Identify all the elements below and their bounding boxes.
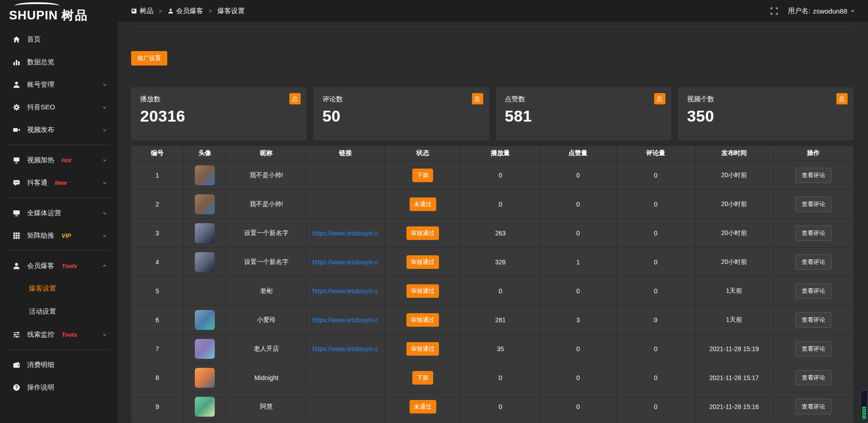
app-logo[interactable]: SHUPIN树品 (0, 0, 118, 27)
video-link[interactable]: https://www.iesdouyin.c (312, 345, 378, 352)
cell-plays: 0 (461, 363, 540, 392)
cell-status: 审核通过 (385, 306, 461, 334)
cell-actions (774, 421, 854, 423)
cell-likes: 1 (540, 248, 616, 277)
status-badge: 未通过 (410, 400, 436, 414)
sidebar-subitem-activity-settings[interactable]: 活动设置 (0, 300, 118, 323)
table-row: 5老彬https://www.iesdouyin.c审核通过0001天前查看评论 (131, 277, 854, 306)
sidebar-item-label: 会员爆客 (27, 262, 54, 270)
column-header: 编号 (131, 146, 184, 161)
cell-id: 3 (131, 219, 184, 248)
sidebar-divider (7, 349, 110, 350)
cell-link: https://www.iesdouyin.c (307, 277, 385, 306)
sidebar-item-account-management[interactable]: 账号管理 (0, 73, 118, 96)
table-row: 2我不是小帅!未通过00020小时前查看评论 (131, 190, 854, 219)
avatar-image (195, 252, 215, 272)
view-comments-button[interactable]: 查看评论 (795, 197, 831, 212)
cell-nickname: 我不是小帅! (226, 190, 307, 219)
cell-avatar (184, 277, 226, 306)
cell-status: 审核通过 (385, 219, 461, 248)
view-comments-button[interactable]: 查看评论 (795, 370, 831, 385)
content: 推广设置 播放数总20316评论数总50点赞数总581视频个数总350 编号头像… (118, 22, 868, 423)
sidebar-item-video-publish[interactable]: 视频发布 (0, 118, 118, 141)
sidebar-divider (7, 197, 110, 198)
sidebar-item-data-overview[interactable]: 数据总览 (0, 51, 118, 73)
cell-actions: 查看评论 (774, 219, 854, 248)
sidebar-item-video-heating[interactable]: 视频加热Hot (0, 149, 118, 171)
column-header: 播放量 (461, 146, 540, 161)
cell-comments: 0 (617, 392, 695, 421)
logo-sub: 树品 (61, 9, 89, 22)
table-row: 7老人开店https://www.iesdouyin.c审核通过35002021… (131, 334, 854, 363)
cell-avatar (184, 190, 226, 219)
cell-likes: 0 (540, 161, 616, 190)
cell-avatar (184, 392, 226, 421)
cell-status: 下架 (385, 161, 461, 190)
cell-status (385, 421, 461, 423)
sidebar-item-member-baoke[interactable]: 会员爆客Tools (0, 254, 118, 277)
table-row: 1我不是小帅!下架00020小时前查看评论 (131, 161, 854, 190)
user-icon (13, 262, 20, 270)
user-menu[interactable]: 用户名: zswodun88 (788, 7, 855, 15)
stat-card-label: 评论数 (322, 95, 480, 103)
sidebar-item-matrix-boost[interactable]: 矩阵助推VIP (0, 224, 118, 247)
fullscreen-icon[interactable] (770, 7, 778, 15)
sidebar-subitem-baoke-settings[interactable]: 爆客设置 (0, 277, 118, 300)
bar-chart-icon (13, 58, 20, 66)
view-comments-button[interactable]: 查看评论 (795, 312, 831, 328)
view-comments-button[interactable]: 查看评论 (795, 399, 831, 414)
sidebar-item-media-operation[interactable]: 全媒体运营 (0, 202, 118, 224)
video-link[interactable]: https://www.iesdouyin.c (312, 258, 378, 266)
cell-likes: 0 (540, 277, 616, 306)
promo-settings-button[interactable]: 推广设置 (131, 51, 167, 66)
video-link[interactable]: https://www.iesdouyin.c (312, 230, 378, 237)
topbar-right: 用户名: zswodun88 (770, 7, 855, 15)
sidebar-item-douyin-seo[interactable]: 抖音SEO (0, 96, 118, 118)
stat-card: 播放数总20316 (131, 87, 307, 141)
cell-nickname: 小爱玲 (226, 306, 307, 334)
breadcrumb-item-shupin[interactable]: 树品 (131, 7, 153, 15)
cell-id: 2 (131, 190, 184, 219)
chevron-down-icon (850, 8, 855, 14)
video-link[interactable]: https://www.iesdouyin.c (312, 287, 378, 295)
cell-publish-time: 20小时前 (695, 161, 774, 190)
cell-comments: 0 (617, 334, 695, 363)
cell-plays (461, 421, 540, 423)
view-comments-button[interactable]: 查看评论 (795, 254, 831, 270)
sidebar-item-label: 视频发布 (27, 126, 54, 134)
view-comments-button[interactable]: 查看评论 (795, 168, 831, 183)
cell-status: 审核通过 (385, 248, 461, 277)
stat-card: 评论数总50 (313, 87, 489, 141)
status-badge: 未通过 (410, 197, 436, 211)
view-comments-button[interactable]: 查看评论 (795, 226, 831, 241)
logo-main: SHUPIN (9, 9, 58, 22)
video-link[interactable]: https://www.iesdouyin.c (312, 316, 378, 324)
sidebar-item-douketong[interactable]: 抖客通New (0, 171, 118, 194)
sidebar-item-consumption-detail[interactable]: 消费明细 (0, 353, 118, 376)
sidebar-item-clue-monitor[interactable]: 线索监控Tools (0, 323, 118, 346)
table-row: 9阿慧未通过0002021-11-28 15:16查看评论 (131, 392, 854, 421)
sidebar-item-home[interactable]: 首页 (0, 28, 118, 51)
cell-likes: 0 (540, 219, 616, 248)
view-comments-button[interactable]: 查看评论 (795, 283, 831, 299)
cell-publish-time: 1天前 (695, 277, 774, 306)
main-area: 树品>会员爆客>爆客设置 用户名: zswodun88 推广设置 (118, 0, 868, 423)
breadcrumb: 树品>会员爆客>爆客设置 (131, 7, 245, 15)
cell-publish-time (695, 421, 774, 423)
cell-plays: 328 (461, 248, 540, 277)
total-badge: 总 (836, 93, 848, 104)
cell-plays: 263 (461, 219, 540, 248)
stat-card-value: 20316 (140, 107, 297, 125)
breadcrumb-item-member-baoke[interactable]: 会员爆客 (168, 7, 203, 15)
cell-avatar (184, 161, 226, 190)
total-badge: 总 (654, 93, 665, 104)
sidebar-item-label: 抖音SEO (27, 103, 55, 112)
avatar-image (195, 368, 215, 388)
cell-plays: 0 (461, 392, 540, 421)
sidebar-divider (7, 250, 110, 251)
breadcrumb-item-baoke-settings[interactable]: 爆客设置 (217, 7, 245, 15)
sidebar-item-label: 账号管理 (27, 80, 54, 89)
status-badge: 审核通过 (406, 313, 439, 327)
view-comments-button[interactable]: 查看评论 (795, 341, 831, 357)
sidebar-item-operation-guide[interactable]: ?操作说明 (0, 376, 118, 399)
